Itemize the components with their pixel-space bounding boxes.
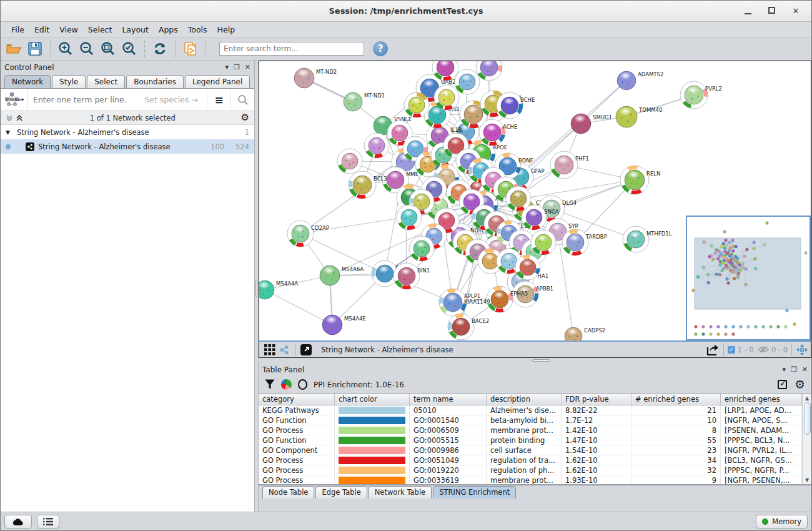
scroll-up-arrow[interactable]: ▲ [805, 394, 809, 402]
tab-select[interactable]: Select [87, 75, 125, 88]
network-node[interactable]: SMUG1 [571, 114, 612, 134]
network-from-file-button[interactable] [181, 39, 200, 58]
scrollbar-thumb[interactable] [804, 402, 811, 435]
network-node[interactable]: TARDBP [562, 229, 607, 256]
grid-view-icon[interactable] [264, 344, 275, 355]
string-protein-query-selector[interactable]: STRING [1, 89, 28, 111]
tab-legend-panel[interactable]: Legend Panel [185, 75, 250, 88]
menu-view[interactable]: View [55, 23, 82, 36]
birdseye-view[interactable] [686, 216, 811, 340]
panel-menu-icon[interactable]: ▾ [782, 365, 786, 374]
column-header-term-name[interactable]: term name [410, 394, 487, 405]
hidden-eye-icon[interactable] [758, 345, 769, 354]
network-node[interactable] [531, 230, 556, 255]
network-node[interactable]: BCHE [497, 92, 535, 119]
table-row[interactable]: GO ProcessGO:0051049regulation of tra...… [259, 455, 802, 465]
string-query-input[interactable] [28, 95, 144, 104]
network-node[interactable]: CADPS2 [565, 327, 605, 341]
tab-node-table[interactable]: Node Table [262, 486, 314, 499]
enrichment-chart-icon[interactable] [281, 379, 292, 390]
tab-network[interactable]: Network [4, 75, 51, 88]
network-node[interactable]: TOMM40 [616, 106, 662, 127]
filter-icon[interactable] [265, 379, 275, 390]
float-panel-icon[interactable]: ❐ [234, 63, 240, 71]
table-row[interactable]: GO ProcessGO:0033619membrane prot...1.93… [259, 475, 802, 484]
select-terms-icon[interactable] [778, 380, 787, 389]
open-in-window-icon[interactable] [300, 344, 312, 356]
network-node[interactable] [476, 61, 502, 81]
export-network-icon[interactable] [706, 344, 720, 356]
network-view[interactable]: MT-ND2MT-ND1VSNL1GAB2ADAMTS2PVRL2TOMM40S… [259, 61, 811, 340]
menu-layout[interactable]: Layout [117, 23, 153, 36]
horizontal-splitter[interactable] [259, 358, 811, 363]
network-node[interactable]: MTHFD1L [623, 226, 672, 252]
zoom-out-button[interactable] [77, 39, 96, 58]
scroll-down-arrow[interactable]: ▼ [805, 475, 809, 484]
close-panel-icon[interactable]: ✕ [802, 365, 808, 374]
network-node[interactable]: BCL3 [349, 171, 387, 199]
refresh-button[interactable] [151, 39, 169, 58]
table-row[interactable]: GO ProcessGO:0019220regulation of ph...1… [259, 465, 802, 475]
network-node[interactable]: PHF1 [550, 151, 589, 179]
task-history-button[interactable] [37, 515, 59, 529]
string-search-button[interactable] [230, 89, 254, 111]
network-node[interactable]: ADAMTS2 [617, 71, 663, 90]
network-collection-row[interactable]: ▼ String Network - Alzheimer's disease 1 [1, 125, 254, 139]
column-header-description[interactable]: description [487, 394, 562, 405]
table-row[interactable]: KEGG Pathways05010Alzheimer's dise...8.8… [259, 405, 802, 415]
network-node[interactable]: CD2AP [287, 221, 329, 247]
tab-edge-table[interactable]: Edge Table [315, 486, 367, 499]
menu-edit[interactable]: Edit [30, 23, 54, 36]
column-header--enriched-genes[interactable]: # enriched genes [631, 394, 721, 405]
tab-network-table[interactable]: Network Table [369, 486, 432, 499]
network-node[interactable]: MT-ND1 [344, 92, 385, 111]
selected-check-icon[interactable]: ✓ [728, 346, 735, 354]
remove-chart-icon[interactable] [298, 379, 307, 390]
network-node[interactable] [397, 205, 422, 230]
column-header-enriched-genes[interactable]: enriched genes [721, 394, 802, 405]
network-node[interactable]: MS4A4A [259, 280, 298, 299]
menu-select[interactable]: Select [84, 23, 117, 36]
save-session-button[interactable] [26, 39, 44, 58]
network-node[interactable] [337, 149, 362, 174]
help-button[interactable]: ? [373, 41, 388, 56]
network-node[interactable] [455, 69, 480, 94]
network-node[interactable]: MS4A4E [322, 315, 366, 335]
tab-boundaries[interactable]: Boundaries [126, 75, 184, 88]
maximize-button[interactable] [768, 7, 775, 14]
table-row[interactable]: GO FunctionGO:0001540beta-amyloid bi...1… [259, 415, 802, 425]
search-input[interactable] [219, 42, 364, 56]
network-node[interactable] [506, 186, 531, 211]
zoom-in-button[interactable] [56, 39, 75, 58]
network-share-icon[interactable] [279, 345, 289, 355]
column-header-FDR-p-value[interactable]: FDR p-value [562, 394, 631, 405]
open-file-button[interactable] [4, 39, 23, 58]
close-button[interactable]: ✕ [791, 7, 800, 16]
splitter-handle[interactable] [255, 280, 257, 297]
zoom-selected-button[interactable] [120, 39, 139, 58]
network-node[interactable]: PVRL2 [680, 81, 722, 109]
network-node[interactable]: BACE2 [448, 314, 489, 340]
tab-string-enrichment[interactable]: STRING Enrichment [433, 486, 516, 499]
column-header-chart-color[interactable]: chart color [335, 394, 410, 405]
tab-style[interactable]: Style [52, 75, 86, 88]
network-node[interactable] [434, 85, 459, 110]
column-header-category[interactable]: category [259, 394, 335, 405]
network-node[interactable] [364, 133, 389, 158]
network-node[interactable] [409, 236, 434, 261]
network-panel-gear-icon[interactable]: ⚙ [241, 113, 249, 122]
table-row[interactable]: GO FunctionGO:0005515protein binding1.47… [259, 435, 802, 445]
network-node[interactable] [404, 92, 429, 117]
birdseye-toggle-icon[interactable] [796, 344, 808, 356]
table-vertical-scrollbar[interactable]: ▲ ▼ [802, 394, 811, 484]
zoom-fit-button[interactable] [99, 39, 117, 58]
network-node[interactable]: MT-ND2 [294, 68, 337, 88]
string-options-button[interactable]: ≡ [207, 89, 230, 111]
float-panel-icon[interactable]: ❐ [791, 365, 797, 374]
menu-tools[interactable]: Tools [184, 23, 212, 36]
splitter-handle[interactable] [532, 359, 550, 362]
network-node[interactable]: ACHE [479, 119, 517, 146]
enrichment-settings-icon[interactable]: ⚙ [795, 379, 805, 390]
menu-file[interactable]: File [7, 23, 29, 36]
tree-expander-icon[interactable]: ▼ [6, 129, 13, 136]
